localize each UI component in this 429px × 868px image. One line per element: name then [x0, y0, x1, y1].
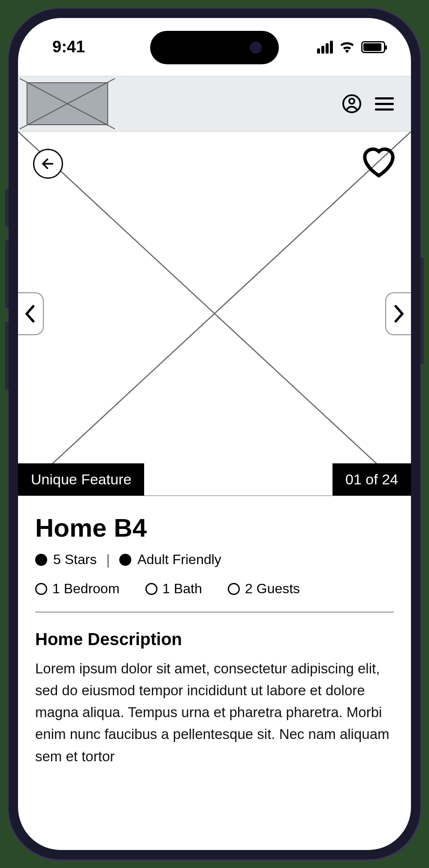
listing-content: Home B4 5 Stars | Adult Friendly 1 Bedro…: [18, 496, 411, 767]
gallery-prev-button[interactable]: [18, 292, 44, 335]
battery-icon: [361, 41, 385, 53]
app-topbar: [18, 76, 411, 132]
phone-frame: 9:41: [9, 9, 420, 859]
tag-divider: |: [106, 551, 110, 568]
logo-placeholder[interactable]: [27, 82, 108, 125]
screen: 9:41: [18, 18, 411, 850]
listing-specs: 1 Bedroom 1 Bath 2 Guests: [35, 581, 394, 597]
svg-point-1: [349, 99, 354, 104]
hero-gallery: Unique Feature 01 of 24: [18, 132, 411, 496]
gallery-counter: 01 of 24: [332, 463, 411, 496]
listing-title: Home B4: [35, 513, 394, 543]
favorite-button[interactable]: [360, 144, 398, 180]
rating-tag: 5 Stars: [53, 552, 97, 568]
spec-baths: 1 Bath: [163, 581, 202, 597]
spec-guests: 2 Guests: [245, 581, 300, 597]
spec-bedrooms: 1 Bedroom: [52, 581, 120, 597]
status-time: 9:41: [52, 38, 85, 56]
notch: [150, 31, 279, 64]
description-heading: Home Description: [35, 630, 394, 649]
section-divider: [35, 612, 394, 613]
listing-tags: 5 Stars | Adult Friendly: [35, 551, 394, 568]
wifi-icon: [339, 41, 355, 53]
dot-icon: [35, 554, 47, 566]
back-button[interactable]: [33, 149, 63, 179]
hero-image-placeholder: [18, 132, 411, 496]
gallery-next-button[interactable]: [385, 292, 411, 335]
cellular-icon: [317, 41, 333, 54]
description-body: Lorem ipsum dolor sit amet, consectetur …: [35, 658, 394, 767]
profile-icon[interactable]: [341, 93, 362, 114]
feature-badge: Unique Feature: [18, 463, 144, 496]
audience-tag: Adult Friendly: [137, 552, 221, 568]
circle-icon: [145, 583, 157, 595]
dot-icon: [119, 554, 131, 566]
menu-icon[interactable]: [375, 97, 394, 111]
circle-icon: [228, 583, 240, 595]
circle-icon: [35, 583, 47, 595]
